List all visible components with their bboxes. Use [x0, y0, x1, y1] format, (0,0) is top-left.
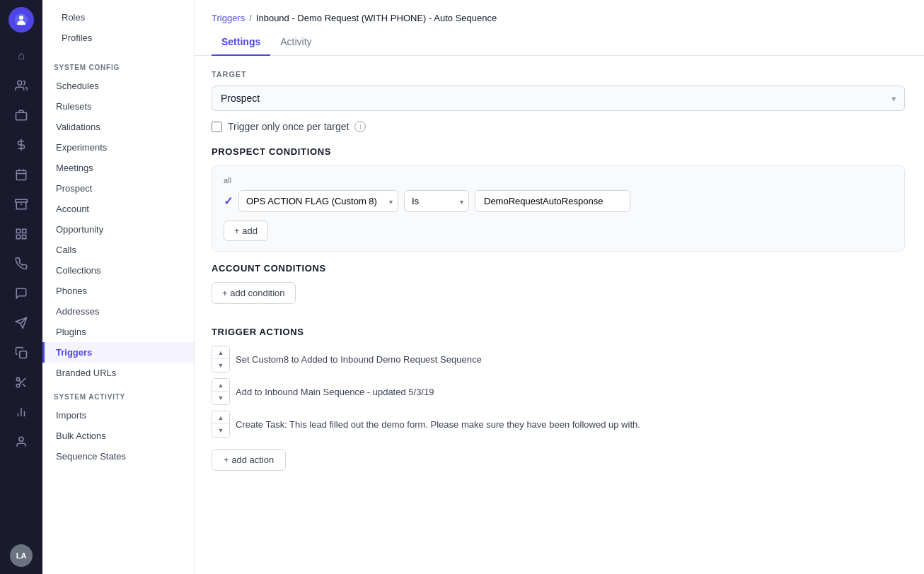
sort-down-3-button[interactable]: ▼ — [212, 424, 229, 437]
system-config-header: System Config — [42, 54, 194, 76]
sort-up-3-button[interactable]: ▲ — [212, 411, 229, 424]
svg-rect-9 — [16, 199, 28, 202]
sidebar-item-triggers[interactable]: Triggers — [42, 342, 194, 363]
breadcrumb-sep: / — [249, 13, 252, 23]
icon-nav: ⌂ LA — [0, 0, 42, 574]
chart-nav-icon[interactable] — [8, 399, 35, 426]
home-nav-icon[interactable]: ⌂ — [8, 42, 35, 69]
svg-rect-3 — [16, 112, 27, 120]
svg-line-21 — [23, 384, 25, 387]
add-condition-field-button[interactable]: + add — [224, 221, 268, 241]
system-config-items: Schedules Rulesets Validations Experimen… — [42, 76, 194, 383]
trigger-actions-list: ▲ ▼ Set Custom8 to Added to Inbound Demo… — [212, 346, 907, 438]
action-text-2: Add to Inbound Main Sequence - updated 5… — [236, 387, 434, 397]
sort-handle-3: ▲ ▼ — [212, 411, 230, 438]
condition-all-label: all — [224, 176, 893, 184]
send-nav-icon[interactable] — [8, 310, 35, 336]
sort-down-1-button[interactable]: ▼ — [212, 359, 229, 372]
sidebar-item-branded-urls[interactable]: Branded URLs — [42, 363, 194, 383]
sort-down-2-button[interactable]: ▼ — [212, 392, 229, 404]
condition-field-select[interactable]: OPS ACTION FLAG (Custom 8) — [238, 190, 398, 212]
action-text-1: Set Custom8 to Added to Inbound Demo Req… — [236, 354, 482, 365]
trigger-actions-title: TRIGGER ACTIONS — [212, 327, 907, 337]
prospect-conditions-title: PROSPECT CONDITIONS — [212, 146, 907, 157]
main-content: Triggers / Inbound - Demo Request (WITH … — [195, 0, 924, 574]
action-item-3: ▲ ▼ Create Task: This lead filled out th… — [212, 411, 907, 438]
sidebar-item-calls[interactable]: Calls — [42, 240, 194, 260]
svg-rect-13 — [16, 235, 20, 239]
calendar-nav-icon[interactable] — [8, 161, 35, 188]
target-dropdown[interactable]: Prospect Account Opportunity — [212, 86, 905, 111]
settings-content: TARGET Prospect Account Opportunity ▾ Tr… — [195, 56, 924, 574]
condition-field-wrapper: OPS ACTION FLAG (Custom 8) ▾ — [238, 190, 398, 212]
svg-rect-17 — [20, 351, 27, 358]
breadcrumb: Triggers / Inbound - Demo Request (WITH … — [195, 0, 924, 23]
sort-up-2-button[interactable]: ▲ — [212, 379, 229, 392]
briefcase-nav-icon[interactable] — [8, 102, 35, 129]
user-nav-icon[interactable] — [8, 428, 35, 455]
dollar-nav-icon[interactable] — [8, 131, 35, 158]
sidebar-item-roles[interactable]: Roles — [42, 7, 194, 28]
chat-nav-icon[interactable] — [8, 280, 35, 307]
svg-line-22 — [19, 380, 21, 382]
sort-up-1-button[interactable]: ▲ — [212, 346, 229, 359]
trigger-once-label[interactable]: Trigger only once per target — [228, 121, 349, 132]
svg-rect-11 — [16, 229, 20, 233]
svg-point-19 — [16, 384, 20, 387]
sidebar-item-profiles[interactable]: Profiles — [42, 28, 194, 48]
add-action-button[interactable]: + add action — [212, 449, 286, 471]
condition-operator-wrapper: Is Is Not Contains ▾ — [404, 190, 469, 212]
svg-point-26 — [19, 437, 23, 441]
tab-settings[interactable]: Settings — [212, 29, 270, 56]
people-nav-icon[interactable] — [8, 72, 35, 99]
sidebar-item-collections[interactable]: Collections — [42, 260, 194, 281]
sidebar-item-addresses[interactable]: Addresses — [42, 301, 194, 322]
sidebar-item-sequence-states[interactable]: Sequence States — [42, 446, 194, 467]
tools-nav-icon[interactable] — [8, 369, 35, 396]
layers-nav-icon[interactable] — [8, 191, 35, 218]
tabs: Settings Activity — [195, 29, 924, 56]
sidebar-item-rulesets[interactable]: Rulesets — [42, 96, 194, 117]
sidebar-item-prospect[interactable]: Prospect — [42, 178, 194, 199]
system-activity-items: Imports Bulk Actions Sequence States — [42, 405, 194, 467]
target-section-label: TARGET — [212, 70, 907, 78]
sidebar: Roles Profiles System Config Schedules R… — [42, 0, 195, 574]
condition-check-icon: ✓ — [224, 194, 233, 208]
sidebar-item-experiments[interactable]: Experiments — [42, 137, 194, 158]
sidebar-item-plugins[interactable]: Plugins — [42, 322, 194, 342]
trigger-once-info-icon[interactable]: i — [354, 121, 366, 132]
svg-point-1 — [19, 16, 23, 20]
trigger-once-checkbox[interactable] — [212, 122, 222, 132]
sidebar-item-account[interactable]: Account — [42, 199, 194, 219]
condition-value-input[interactable] — [475, 190, 630, 212]
account-conditions-title: ACCOUNT CONDITIONS — [212, 263, 907, 274]
breadcrumb-parent[interactable]: Triggers — [212, 13, 245, 23]
trigger-once-row: Trigger only once per target i — [212, 121, 907, 132]
app-logo[interactable] — [8, 7, 34, 33]
action-item-1: ▲ ▼ Set Custom8 to Added to Inbound Demo… — [212, 346, 907, 373]
add-account-condition-button[interactable]: + add condition — [212, 282, 296, 304]
svg-rect-14 — [23, 235, 26, 239]
sidebar-top-section: Roles Profiles — [42, 7, 194, 54]
sidebar-item-phones[interactable]: Phones — [42, 281, 194, 301]
svg-point-18 — [16, 377, 20, 381]
sidebar-item-imports[interactable]: Imports — [42, 405, 194, 426]
sidebar-item-opportunity[interactable]: Opportunity — [42, 219, 194, 240]
avatar[interactable]: LA — [10, 544, 33, 567]
sidebar-item-validations[interactable]: Validations — [42, 117, 194, 137]
condition-operator-select[interactable]: Is Is Not Contains — [404, 190, 469, 212]
system-activity-header: System Activity — [42, 383, 194, 405]
grid-nav-icon[interactable] — [8, 221, 35, 247]
svg-rect-12 — [23, 229, 26, 233]
target-dropdown-wrapper: Prospect Account Opportunity ▾ — [212, 86, 905, 111]
sidebar-item-schedules[interactable]: Schedules — [42, 76, 194, 96]
tab-activity[interactable]: Activity — [270, 29, 321, 56]
action-text-3: Create Task: This lead filled out the de… — [236, 419, 640, 430]
phone-nav-icon[interactable] — [8, 250, 35, 277]
breadcrumb-current: Inbound - Demo Request (WITH PHONE) - Au… — [256, 13, 497, 23]
copy-nav-icon[interactable] — [8, 339, 35, 366]
sort-handle-1: ▲ ▼ — [212, 346, 230, 373]
sidebar-item-meetings[interactable]: Meetings — [42, 158, 194, 178]
sidebar-item-bulk-actions[interactable]: Bulk Actions — [42, 426, 194, 446]
svg-rect-5 — [16, 170, 26, 180]
